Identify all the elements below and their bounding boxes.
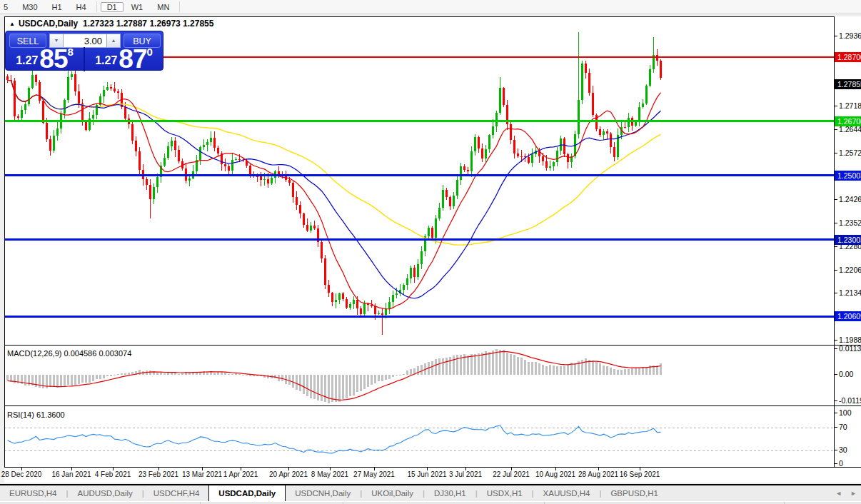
- tab-scroll-left-icon[interactable]: ◄: [835, 490, 842, 497]
- timeframe-button-h1[interactable]: H1: [46, 2, 69, 12]
- tab-dj30[interactable]: DJ30,H1: [425, 486, 475, 500]
- one-click-trading-panel: SELL ▼ ▲ BUY 1.27 85 8 1.27 87 0: [5, 31, 163, 71]
- timeframe-button-5[interactable]: 5: [0, 2, 14, 12]
- tab-scroll-arrows: ◄►: [835, 490, 857, 497]
- tab-usdx[interactable]: USDX,H1: [478, 486, 532, 500]
- sell-price-prefix: 1.27: [16, 51, 38, 70]
- tab-usdchf[interactable]: USDCHF,H4: [144, 486, 209, 500]
- toolbar-separator: [96, 1, 97, 12]
- tab-gbpusd[interactable]: GBPUSD,H1: [601, 486, 667, 500]
- timeframe-button-d1[interactable]: D1: [101, 2, 124, 12]
- tab-scroll-right-icon[interactable]: ►: [850, 490, 857, 497]
- tab-usdcad[interactable]: USDCAD,Daily: [208, 485, 286, 501]
- buy-price[interactable]: 1.27 87 0: [85, 49, 163, 71]
- tab-audusd[interactable]: AUDUSD,Daily: [68, 486, 141, 500]
- timeframe-button-w1[interactable]: W1: [125, 2, 150, 12]
- tab-usdcnh[interactable]: USDCNH,Daily: [286, 486, 360, 500]
- timeframe-button-m30[interactable]: M30: [16, 2, 44, 12]
- timeframe-button-h4[interactable]: H4: [70, 2, 93, 12]
- tab-eurusd[interactable]: EURUSD,H4: [0, 486, 66, 500]
- chevron-down-icon: ▼: [54, 38, 59, 43]
- buy-price-pipette: 0: [146, 47, 152, 57]
- toolbar-separator: [179, 1, 180, 12]
- sell-price[interactable]: 1.27 85 8: [6, 49, 84, 71]
- buy-price-prefix: 1.27: [95, 51, 117, 70]
- chevron-up-icon: ▲: [111, 38, 116, 43]
- buy-price-big: 87: [119, 49, 146, 70]
- timeframe-button-mn[interactable]: MN: [151, 2, 176, 12]
- status-strip: [0, 501, 861, 504]
- chart-area[interactable]: [4, 16, 861, 483]
- symbol-tabbar: EURUSD,H4|AUDUSD,Daily|USDCHF,H4USDCAD,D…: [0, 484, 861, 501]
- sell-price-big: 85: [39, 49, 67, 70]
- timeframe-toolbar: 5M30H1H4D1W1MN: [0, 0, 861, 14]
- tab-xauusd[interactable]: XAUUSD,H4: [534, 486, 600, 500]
- sell-price-pipette: 8: [67, 47, 73, 57]
- tab-ukoil[interactable]: UKOil,Daily: [362, 486, 423, 500]
